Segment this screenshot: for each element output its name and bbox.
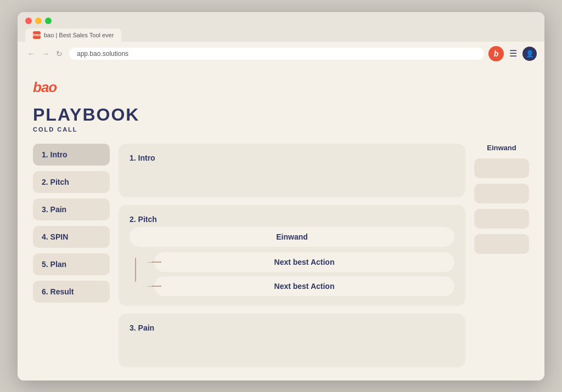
action-row-1: → Next best Action (146, 252, 454, 272)
right-sidebar-cards (474, 158, 529, 254)
pain-section: 3. Pain (119, 314, 465, 367)
einwand-card[interactable]: Einwand (130, 227, 454, 247)
action-card-1[interactable]: Next best Action (154, 252, 454, 272)
intro-title: 1. Intro (130, 154, 454, 162)
sidebar: 1. Intro 2. Pitch 3. Pain 4. SPIN 5. Pla… (33, 144, 110, 303)
intro-body (130, 166, 454, 188)
pain-body (130, 336, 454, 357)
sidebar-item-result[interactable]: 6. Result (33, 281, 110, 303)
sidebar-item-spin[interactable]: 4. SPIN (33, 226, 110, 248)
browser-toolbar: ← → ↻ b ☰ 👤 (18, 42, 544, 66)
action-card-2[interactable]: Next best Action (154, 276, 454, 296)
sidebar-item-intro[interactable]: 1. Intro (33, 144, 110, 166)
menu-icon[interactable]: ☰ (509, 48, 517, 59)
tab-bar: bao bao | Best Sales Tool ever (25, 29, 537, 42)
center-content: 1. Intro 2. Pitch Einwand (119, 144, 465, 367)
right-sidebar: Einwand (474, 144, 529, 254)
browser-chrome: bao bao | Best Sales Tool ever (18, 12, 544, 42)
browser-content: bao PLAYBOOK COLD CALL 1. Intro 2. Pitch… (18, 66, 544, 380)
page-title: PLAYBOOK (33, 105, 529, 125)
right-card-4[interactable] (474, 234, 529, 254)
intro-section: 1. Intro (119, 144, 465, 197)
address-bar[interactable] (69, 48, 484, 60)
nav-buttons: ← → ↻ (25, 48, 65, 59)
tree-vertical-line (135, 258, 136, 282)
sidebar-item-pain[interactable]: 3. Pain (33, 198, 110, 220)
tab-title: bao | Best Sales Tool ever (44, 32, 114, 38)
toolbar-icons: b ☰ 👤 (488, 46, 537, 61)
browser-window: bao bao | Best Sales Tool ever ← → ↻ b ☰… (18, 12, 544, 380)
bao-logo: bao (33, 79, 529, 96)
right-card-2[interactable] (474, 184, 529, 203)
maximize-button[interactable] (45, 18, 52, 24)
close-button[interactable] (25, 18, 32, 24)
action-row-2: → Next best Action (146, 276, 454, 296)
sidebar-item-pitch[interactable]: 2. Pitch (33, 171, 110, 193)
right-card-3[interactable] (474, 209, 529, 229)
minimize-button[interactable] (35, 18, 42, 24)
pitch-section: 2. Pitch Einwand → Next best Act (119, 205, 465, 306)
forward-button[interactable]: → (40, 48, 52, 59)
branch-line-2 (151, 286, 161, 287)
right-sidebar-title: Einwand (474, 144, 529, 152)
tree-wrapper: → Next best Action → (130, 252, 454, 296)
refresh-button[interactable]: ↻ (54, 48, 65, 59)
page-subtitle: COLD CALL (33, 126, 529, 133)
back-button[interactable]: ← (25, 48, 37, 59)
main-layout: 1. Intro 2. Pitch 3. Pain 4. SPIN 5. Pla… (33, 144, 529, 367)
branch-line-1 (151, 262, 161, 263)
sidebar-item-plan[interactable]: 5. Plan (33, 253, 110, 275)
user-icon[interactable]: 👤 (522, 47, 537, 61)
tab-favicon: bao (33, 31, 41, 39)
browser-tab[interactable]: bao bao | Best Sales Tool ever (25, 29, 121, 42)
right-card-1[interactable] (474, 158, 529, 178)
pain-title: 3. Pain (130, 323, 454, 332)
window-controls (25, 18, 537, 24)
pitch-title: 2. Pitch (130, 215, 454, 224)
bao-logo-icon[interactable]: b (488, 46, 504, 61)
